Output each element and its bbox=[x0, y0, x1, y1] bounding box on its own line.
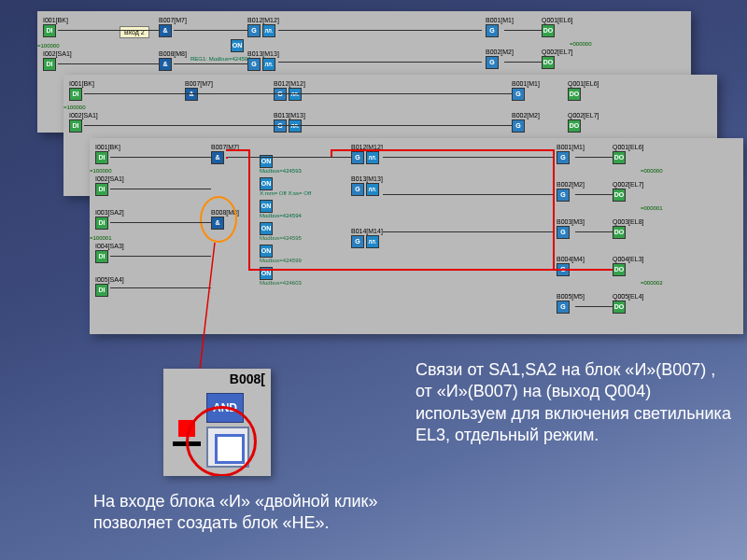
caption-below: На входе блока «И» «двойной клик» позвол… bbox=[93, 491, 448, 535]
jul-icon: ЛЛ. bbox=[262, 24, 275, 37]
g-icon: G bbox=[247, 58, 261, 71]
diagram-stack: I001[BK] DI I002[SA1] DI =100000 Вход 2 … bbox=[0, 0, 747, 336]
block-label: B007[M7] bbox=[159, 17, 187, 23]
block-label: B002[M2] bbox=[486, 49, 514, 55]
di-icon: DI bbox=[43, 24, 56, 37]
di-icon: DI bbox=[43, 58, 56, 71]
block-label: I001[BK] bbox=[43, 17, 68, 23]
block-label: B012[M12] bbox=[247, 17, 279, 23]
addr-label: =100000 bbox=[37, 43, 60, 49]
thumb-title: B008[ bbox=[230, 372, 265, 385]
g-icon: G bbox=[247, 24, 261, 37]
addr-label: =000000 bbox=[570, 41, 592, 47]
g-icon: G bbox=[486, 24, 499, 37]
slide: I001[BK] DI I002[SA1] DI =100000 Вход 2 … bbox=[0, 0, 747, 560]
block-label: I002[SA1] bbox=[43, 50, 72, 57]
red-circle-highlight bbox=[186, 406, 257, 476]
block-label: Q001[EL6] bbox=[542, 17, 572, 23]
callout-thumbnail: B008[ AND bbox=[163, 369, 271, 476]
jul-icon: ЛЛ. bbox=[262, 58, 275, 71]
block-label: Q002[EL7] bbox=[542, 49, 572, 55]
and-icon: & bbox=[159, 24, 172, 37]
block-label: B008[M8] bbox=[159, 50, 187, 57]
and-icon: & bbox=[159, 58, 172, 71]
do-icon: DO bbox=[542, 56, 555, 69]
block-label: B013[M13] bbox=[247, 50, 279, 57]
block-label: B001[M1] bbox=[486, 17, 514, 23]
do-icon: DO bbox=[542, 24, 555, 37]
red-wire bbox=[248, 149, 250, 269]
tooltip: Вход 2 bbox=[120, 26, 149, 38]
g-icon: G bbox=[486, 56, 499, 69]
on-icon: ON bbox=[231, 39, 244, 52]
reg-label: REG1: Modbus=424594 bbox=[190, 56, 251, 62]
highlight-ellipse bbox=[200, 196, 237, 243]
caption-right: Связи от SA1,SA2 на блок «И»(B007) , от … bbox=[416, 359, 733, 447]
diagram-pane-front: I001[BK] DI I002[SA1] DI =100000 I003[SA… bbox=[90, 138, 743, 334]
